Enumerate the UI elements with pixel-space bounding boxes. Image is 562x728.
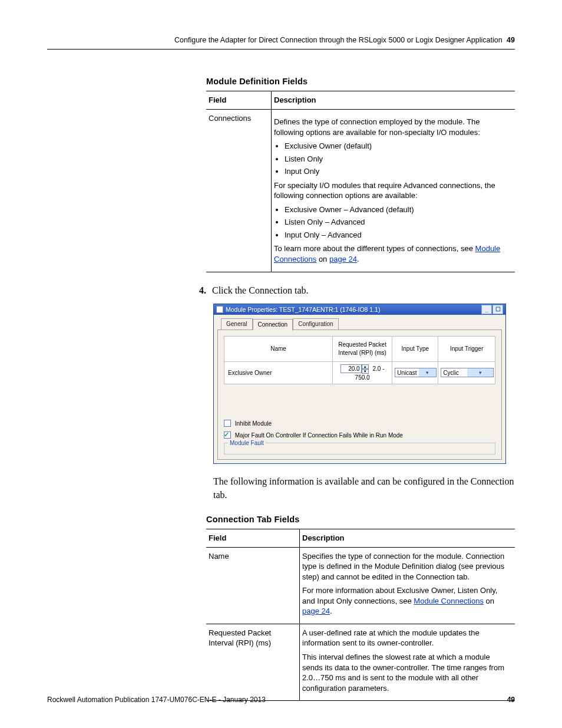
tab-configuration[interactable]: Configuration bbox=[293, 318, 338, 330]
tab-general[interactable]: General bbox=[221, 318, 253, 330]
grid-cell-rpi: ▲ ▼ 2.0 - 750.0 bbox=[333, 361, 392, 384]
ct-field-name: Name bbox=[206, 547, 300, 624]
tab-connection[interactable]: Connection bbox=[253, 319, 293, 331]
running-header-page: 49 bbox=[507, 36, 515, 44]
minimize-button[interactable]: _ bbox=[481, 305, 492, 314]
connection-tab-table: Field Description Name Specifies the typ… bbox=[206, 529, 515, 701]
conn-para1: Defines the type of connection employed … bbox=[274, 117, 511, 137]
body-paragraph: The following information is available a… bbox=[213, 475, 515, 502]
ct-th-desc: Description bbox=[300, 529, 515, 548]
connection-grid: Name Requested Packet Interval (RPI) (ms… bbox=[224, 336, 495, 385]
step4-num: 4. bbox=[199, 285, 206, 295]
titlebar: Module Properties: TEST_1747AENTR:1 (174… bbox=[214, 304, 505, 315]
window-icon bbox=[216, 306, 223, 313]
chevron-down-icon-2[interactable]: ▾ bbox=[467, 368, 493, 377]
footer-page: 49 bbox=[507, 695, 515, 704]
conn-b1-3: Input Only bbox=[285, 166, 511, 177]
grid-cell-name: Exclusive Owner bbox=[224, 361, 333, 384]
chk-inhibit-row: Inhibit Module bbox=[224, 420, 495, 428]
maximize-button[interactable]: ☐ bbox=[492, 305, 503, 314]
rpi-down-icon[interactable]: ▼ bbox=[362, 369, 369, 374]
conn-b1-2: Listen Only bbox=[285, 154, 511, 164]
link-module-connections-2[interactable]: Module Connections bbox=[414, 597, 484, 605]
fieldset-module-fault: Module Fault bbox=[224, 443, 495, 454]
chk-majorfault-row: Major Fault On Controller If Connection … bbox=[224, 431, 495, 440]
window-title: Module Properties: TEST_1747AENTR:1 (174… bbox=[226, 305, 380, 314]
ct-field-rpi: Requested Packet Interval (RPI) (ms) bbox=[206, 624, 300, 700]
th-desc: Description bbox=[272, 91, 515, 110]
module-definition-table: Field Description Connections Defines th… bbox=[206, 91, 515, 272]
screenshot-module-properties: Module Properties: TEST_1747AENTR:1 (174… bbox=[213, 304, 506, 464]
conn-b1-1: Exclusive Owner (default) bbox=[285, 141, 511, 151]
ct-name-p2: For more information about Exclusive Own… bbox=[302, 585, 511, 617]
grid-th-name: Name bbox=[224, 336, 333, 361]
header-rule bbox=[47, 49, 515, 50]
input-type-combo[interactable]: Unicast ▾ bbox=[395, 368, 437, 377]
rpi-input[interactable] bbox=[340, 364, 362, 373]
conn-b2-1: Exclusive Owner – Advanced (default) bbox=[285, 205, 511, 215]
footer-pub: Rockwell Automation Publication 1747-UM0… bbox=[47, 695, 266, 704]
running-header-title: Configure the Adapter for Direct Connect… bbox=[174, 36, 503, 44]
ct-desc-rpi: A user-defined rate at which the module … bbox=[300, 624, 515, 700]
link-page-24-1[interactable]: page 24 bbox=[329, 255, 357, 263]
link-page-24-2[interactable]: page 24 bbox=[302, 607, 330, 615]
grid-th-input-type: Input Type bbox=[392, 336, 438, 361]
cell-desc-connections: Defines the type of connection employed … bbox=[272, 109, 515, 272]
grid-th-input-trigger: Input Trigger bbox=[438, 336, 495, 361]
connection-tab-title: Connection Tab Fields bbox=[206, 514, 515, 526]
grid-cell-input-type: Unicast ▾ bbox=[392, 361, 438, 384]
label-inhibit: Inhibit Module bbox=[235, 420, 272, 427]
grid-th-rpi: Requested Packet Interval (RPI) (ms) bbox=[333, 336, 392, 361]
ct-name-p1: Specifies the type of connection for the… bbox=[302, 551, 511, 582]
chevron-down-icon[interactable]: ▾ bbox=[419, 368, 437, 377]
rpi-up-icon[interactable]: ▲ bbox=[362, 364, 369, 369]
conn-b2-3: Input Only – Advanced bbox=[285, 230, 511, 241]
ct-rpi-p1: A user-defined rate at which the module … bbox=[302, 628, 511, 648]
checkbox-inhibit[interactable] bbox=[224, 420, 231, 427]
ct-desc-name: Specifies the type of connection for the… bbox=[300, 547, 515, 624]
conn-b2-2: Listen Only – Advanced bbox=[285, 217, 511, 228]
module-definition-title: Module Definition Fields bbox=[206, 76, 515, 88]
grid-cell-input-trigger: Cyclic ▾ bbox=[438, 361, 495, 384]
th-field: Field bbox=[206, 91, 272, 110]
checkbox-major-fault[interactable] bbox=[224, 431, 231, 439]
conn-para3: To learn more about the different types … bbox=[274, 243, 511, 264]
step4-text: Click the Connection tab. bbox=[212, 285, 309, 295]
ct-rpi-p2: This interval defines the slowest rate a… bbox=[302, 652, 511, 693]
fieldset-label: Module Fault bbox=[228, 439, 266, 447]
cell-field-connections: Connections bbox=[206, 109, 272, 272]
conn-para2: For specialty I/O modules that require A… bbox=[274, 180, 511, 201]
label-major-fault: Major Fault On Controller If Connection … bbox=[235, 432, 403, 439]
ct-th-field: Field bbox=[206, 529, 300, 548]
input-trigger-combo[interactable]: Cyclic ▾ bbox=[441, 368, 494, 377]
